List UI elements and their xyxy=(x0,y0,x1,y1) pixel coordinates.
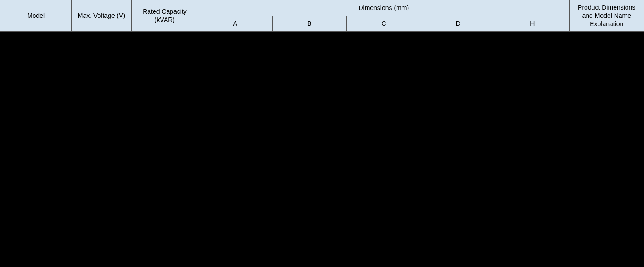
header-dim-c: C xyxy=(347,16,421,31)
product-table: Model Max. Voltage (V) Rated Capacity (k… xyxy=(0,0,644,32)
header-model: Model xyxy=(0,0,72,32)
header-dim-d: D xyxy=(421,16,495,31)
header-max-voltage: Max. Voltage (V) xyxy=(72,0,132,32)
table-container: Model Max. Voltage (V) Rated Capacity (k… xyxy=(0,0,644,32)
header-explanation: Product Dimensions and Model Name Explan… xyxy=(569,0,644,32)
header-dim-a: A xyxy=(198,16,273,31)
header-dimensions-group: Dimensions (mm) xyxy=(198,0,570,16)
header-rated-capacity: Rated Capacity (kVAR) xyxy=(132,0,198,32)
header-dim-h: H xyxy=(495,16,570,31)
header-dim-b: B xyxy=(272,16,347,31)
